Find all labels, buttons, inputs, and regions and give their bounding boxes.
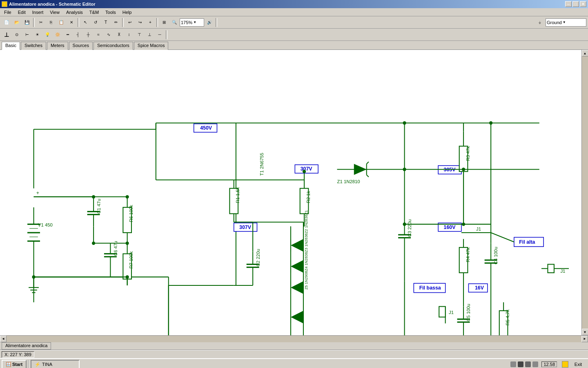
svg-text:T1 2N6755: T1 2N6755 xyxy=(259,153,264,176)
comp-btn-7[interactable]: ━ xyxy=(63,30,73,39)
tab-switches[interactable]: Switches xyxy=(21,42,46,50)
separator4 xyxy=(156,18,158,27)
comp-btn-13[interactable]: ↕ xyxy=(124,30,134,39)
start-label: Start xyxy=(12,362,22,367)
close-button[interactable]: ✕ xyxy=(580,1,586,7)
document-tab[interactable]: Alimentatore anodica xyxy=(2,342,51,350)
tab-semiconductors[interactable]: Semiconductors xyxy=(94,42,133,50)
svg-text:160V: 160V xyxy=(444,224,456,230)
window-controls: ─ □ ✕ xyxy=(565,1,586,7)
svg-point-154 xyxy=(462,222,465,226)
open-button[interactable]: 📂 xyxy=(12,18,22,27)
svg-text:J1: J1 xyxy=(560,269,565,274)
svg-text:R4 47k: R4 47k xyxy=(466,247,470,262)
paste-button[interactable]: 📋 xyxy=(56,18,66,27)
comp-btn-8[interactable]: ┤ xyxy=(73,30,83,39)
zoom-value: 175% xyxy=(181,20,192,25)
scroll-left-button[interactable]: ◄ xyxy=(0,336,7,342)
tina-label: TINA xyxy=(42,362,52,367)
horizontal-scrollbar[interactable]: ◄ ► xyxy=(0,335,588,342)
ground-dropdown-arrow: ▼ xyxy=(563,20,566,24)
vertical-scrollbar[interactable]: ▲ ▼ xyxy=(581,50,588,335)
menu-analysis[interactable]: Analysis xyxy=(63,9,86,16)
svg-text:450V: 450V xyxy=(200,125,212,131)
exit-icon xyxy=(562,361,568,368)
comp-btn-5[interactable]: 💡 xyxy=(42,30,52,39)
zoom-fit-button[interactable]: 🔍 xyxy=(169,18,179,27)
plus-button[interactable]: + xyxy=(145,18,155,27)
taskbar-tray: 12.58 xyxy=(510,361,557,367)
tab-spice-macros[interactable]: Spice Macros xyxy=(134,42,169,50)
menu-file[interactable]: File xyxy=(1,9,15,16)
menu-tm[interactable]: T&M xyxy=(86,9,102,16)
status-coordinates: X: 227 Y: 389 xyxy=(2,351,34,358)
svg-text:+: + xyxy=(36,190,39,196)
wire-button[interactable]: ✏ xyxy=(111,18,121,27)
h-scroll-track[interactable] xyxy=(7,336,581,342)
tab-sources[interactable]: Sources xyxy=(69,42,93,50)
redo-button[interactable]: ↪ xyxy=(135,18,145,27)
start-button[interactable]: 🪟 Start xyxy=(2,360,27,368)
svg-point-54 xyxy=(92,242,95,245)
svg-text:Z5 1N2908Z4 1N2838Z3 1N2838Z2 : Z5 1N2908Z4 1N2838Z3 1N2838Z2 1N2838Z1 xyxy=(304,210,308,289)
comp-btn-11[interactable]: ∿ xyxy=(104,30,114,39)
comp-btn-6[interactable]: 🔆 xyxy=(53,30,62,39)
comp-btn-2[interactable]: ⊙ xyxy=(12,30,22,39)
svg-rect-140 xyxy=(439,307,445,317)
zoom-in-button[interactable]: 🔊 xyxy=(205,18,214,27)
scroll-track[interactable] xyxy=(582,56,588,329)
undo-button[interactable]: ↩ xyxy=(125,18,135,27)
menu-view[interactable]: View xyxy=(47,9,63,16)
svg-text:J1: J1 xyxy=(476,227,481,231)
rotate-button[interactable]: ↺ xyxy=(91,18,100,27)
svg-text:Z1 1N2810: Z1 1N2810 xyxy=(337,179,360,184)
menu-edit[interactable]: Edit xyxy=(15,9,29,16)
taskbar: 🪟 Start ⚡ TINA 12.58 Exit xyxy=(0,358,588,368)
svg-text:Fil alta: Fil alta xyxy=(519,239,535,245)
comp-btn-14[interactable]: ⊤ xyxy=(134,30,144,39)
menu-insert[interactable]: Insert xyxy=(29,9,47,16)
svg-text:R3 47k: R3 47k xyxy=(466,146,470,161)
svg-text:R7 100k: R7 100k xyxy=(129,251,134,269)
comp-btn-3[interactable]: ⊢ xyxy=(22,30,32,39)
schematic-canvas[interactable]: + V1 450 C1 47u C6 47u xyxy=(0,50,581,335)
comp-btn-16[interactable]: ─ xyxy=(155,30,165,39)
new-button[interactable]: 📄 xyxy=(2,18,11,27)
svg-text:C1 47u: C1 47u xyxy=(96,199,101,214)
ground-dropdown[interactable]: Ground ▼ xyxy=(546,18,586,27)
taskbar-tina-button[interactable]: ⚡ TINA xyxy=(31,360,80,368)
cut-button[interactable]: ✂ xyxy=(36,18,46,27)
tab-basic[interactable]: Basic xyxy=(2,42,20,50)
tab-meters[interactable]: Meters xyxy=(47,42,68,50)
grid-button[interactable]: ⊞ xyxy=(159,18,169,27)
scroll-right-button[interactable]: ► xyxy=(581,336,588,342)
window-title: Alimentatore anodica - Schematic Editor xyxy=(9,2,565,7)
tray-icon-2 xyxy=(518,361,523,367)
svg-text:R6 100k: R6 100k xyxy=(129,205,134,222)
text-button[interactable]: T xyxy=(101,18,111,27)
comp-btn-1[interactable]: ⊥ xyxy=(2,30,11,39)
menu-tools[interactable]: Tools xyxy=(102,9,119,16)
tina-icon: ⚡ xyxy=(35,362,40,367)
exit-button[interactable]: Exit xyxy=(570,360,586,368)
status-bar: X: 227 Y: 389 xyxy=(0,350,588,358)
zoom-dropdown[interactable]: 175% ▼ xyxy=(180,18,204,27)
svg-text:R1 1,5k: R1 1,5k xyxy=(235,187,240,203)
svg-rect-136 xyxy=(548,264,554,273)
scroll-up-button[interactable]: ▲ xyxy=(582,50,588,56)
select-button[interactable]: ↖ xyxy=(80,18,90,27)
schematic-svg: + V1 450 C1 47u C6 47u xyxy=(0,50,581,335)
delete-button[interactable]: ✕ xyxy=(67,18,76,27)
comp-btn-4[interactable]: ☀ xyxy=(32,30,42,39)
copy-button[interactable]: ⎘ xyxy=(46,18,56,27)
comp-btn-10[interactable]: ≈ xyxy=(94,30,103,39)
ground-icon-button[interactable]: ⏚ xyxy=(535,18,545,27)
minimize-button[interactable]: ─ xyxy=(565,1,572,7)
comp-btn-9[interactable]: ┼ xyxy=(83,30,93,39)
maximize-button[interactable]: □ xyxy=(572,1,579,7)
scroll-down-button[interactable]: ▼ xyxy=(582,329,588,335)
comp-btn-15[interactable]: ⊥ xyxy=(145,30,154,39)
save-button[interactable]: 💾 xyxy=(22,18,32,27)
menu-help[interactable]: Help xyxy=(119,9,135,16)
comp-btn-12[interactable]: ⊼ xyxy=(114,30,124,39)
